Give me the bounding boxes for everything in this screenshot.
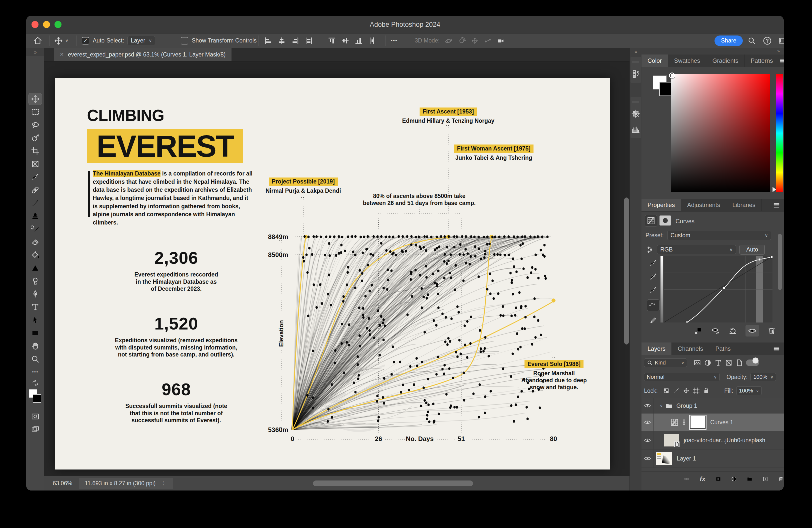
- paint-bucket-tool[interactable]: [29, 249, 42, 261]
- clone-stamp-tool[interactable]: [29, 210, 42, 222]
- curve-point-tool[interactable]: [647, 299, 659, 311]
- path-selection-tool[interactable]: [29, 314, 42, 326]
- healing-brush-tool[interactable]: [29, 184, 42, 196]
- layer-mask-badge[interactable]: [659, 216, 671, 225]
- gray-point-eyedropper-icon[interactable]: [649, 273, 657, 280]
- layers-panel-menu-button[interactable]: [773, 342, 784, 355]
- blur-tool-triangle[interactable]: [29, 262, 42, 274]
- tab-swatches[interactable]: Swatches: [668, 55, 706, 67]
- chevron-right-icon[interactable]: 〉: [162, 478, 168, 489]
- screen-mode-button[interactable]: [29, 424, 42, 435]
- toolbar-expand-button[interactable]: »: [26, 48, 44, 56]
- pencil-icon[interactable]: [650, 317, 657, 324]
- visibility-toggle[interactable]: [641, 413, 654, 431]
- tab-channels[interactable]: Channels: [672, 342, 709, 355]
- white-point-eyedropper-icon[interactable]: [649, 286, 657, 294]
- curves-editor[interactable]: [664, 256, 772, 323]
- tab-adjustments[interactable]: Adjustments: [681, 199, 726, 211]
- crop-tool[interactable]: [29, 145, 42, 157]
- document-tab[interactable]: ✕ everest_exped_paper.psd @ 63.1% (Curve…: [54, 48, 232, 61]
- align-left-icon[interactable]: [264, 37, 272, 45]
- help-button[interactable]: [763, 33, 772, 48]
- visibility-toggle[interactable]: [641, 450, 654, 468]
- filter-smart-objects-icon[interactable]: [736, 359, 743, 367]
- layer-mask-thumbnail[interactable]: [690, 416, 705, 428]
- clip-to-layer-icon[interactable]: [694, 326, 702, 335]
- properties-panel-menu-button[interactable]: [773, 199, 784, 211]
- dock-collapse-button[interactable]: »: [641, 48, 784, 55]
- chevron-down-icon[interactable]: ∨: [660, 403, 663, 409]
- filter-kind-dropdown[interactable]: Kind∨: [644, 358, 687, 367]
- type-tool[interactable]: [29, 301, 42, 313]
- mask-link-icon[interactable]: [681, 419, 687, 425]
- align-top-icon[interactable]: [328, 37, 336, 45]
- auto-button[interactable]: Auto: [740, 245, 765, 254]
- align-center-horizontal-icon[interactable]: [278, 37, 286, 45]
- workspace-switcher[interactable]: ∨: [778, 33, 784, 48]
- panel-grip[interactable]: [633, 61, 639, 63]
- frame-tool[interactable]: [29, 158, 42, 170]
- swap-colors-button[interactable]: [29, 377, 42, 389]
- layer-row-curves1[interactable]: Curves 1: [641, 413, 784, 431]
- object-selection-tool[interactable]: [29, 132, 42, 144]
- move-tool[interactable]: [29, 93, 42, 105]
- align-right-icon[interactable]: [291, 37, 299, 45]
- add-adjustment-icon[interactable]: [731, 475, 737, 483]
- eyedropper-tool[interactable]: [29, 171, 42, 183]
- history-brush-tool[interactable]: [29, 223, 42, 235]
- hue-strip[interactable]: [776, 74, 783, 192]
- visibility-toggle[interactable]: [641, 431, 654, 449]
- history-panel-icon[interactable]: [631, 69, 640, 78]
- foreground-background-swatches[interactable]: [29, 389, 42, 405]
- lock-pixels-icon[interactable]: [673, 387, 680, 394]
- tab-gradients[interactable]: Gradients: [706, 55, 744, 67]
- filter-shape-layers-icon[interactable]: [725, 359, 733, 367]
- hue-slider-arrow[interactable]: [772, 187, 776, 192]
- marquee-tool[interactable]: [29, 106, 42, 118]
- layer-thumbnail[interactable]: [656, 452, 672, 465]
- tab-paths[interactable]: Paths: [709, 342, 737, 355]
- properties-scrollbar[interactable]: [778, 234, 782, 290]
- share-button[interactable]: Share: [714, 35, 743, 46]
- lock-transparency-icon[interactable]: [663, 387, 670, 394]
- eraser-tool[interactable]: [29, 236, 42, 248]
- rectangle-tool[interactable]: [29, 327, 42, 339]
- edit-toolbar-button[interactable]: •••: [29, 366, 42, 378]
- channel-dropdown[interactable]: RGB∨: [657, 245, 736, 254]
- opacity-dropdown[interactable]: 100%∨: [751, 373, 776, 381]
- tab-layers[interactable]: Layers: [641, 342, 672, 355]
- pen-tool[interactable]: [29, 288, 42, 300]
- canvas-vertical-scrollbar[interactable]: [624, 197, 629, 344]
- lock-position-icon[interactable]: [683, 387, 690, 394]
- tab-properties[interactable]: Properties: [641, 199, 681, 211]
- add-mask-icon[interactable]: [715, 475, 721, 483]
- tab-libraries[interactable]: Libraries: [726, 199, 762, 211]
- auto-select-target-dropdown[interactable]: Layer∨: [128, 36, 155, 45]
- align-bottom-icon[interactable]: [355, 37, 363, 45]
- document-dimensions[interactable]: 11.693 in x 8.27 in (300 ppi) 〉: [79, 478, 173, 489]
- new-layer-icon[interactable]: [763, 475, 768, 483]
- layer-row-layer1[interactable]: Layer 1: [641, 450, 784, 468]
- view-previous-state-icon[interactable]: [711, 326, 720, 335]
- quick-mask-button[interactable]: [29, 411, 42, 422]
- show-transform-checkbox[interactable]: [181, 37, 188, 44]
- dodge-tool[interactable]: [29, 275, 42, 287]
- auto-select-checkbox[interactable]: ✓: [82, 37, 89, 44]
- targeted-adjustment-icon[interactable]: [646, 246, 653, 254]
- filter-type-layers-icon[interactable]: [714, 359, 722, 367]
- color-panel-menu-button[interactable]: [779, 55, 784, 67]
- layer-style-fx-icon[interactable]: fx: [700, 475, 706, 483]
- lock-all-icon[interactable]: [703, 387, 710, 394]
- delete-adjustment-icon[interactable]: [768, 326, 776, 335]
- layer-row-unsplash[interactable]: joao-vitor-duar...jUnb0-unsplash: [641, 431, 784, 450]
- curves-adjustment-badge[interactable]: [645, 215, 657, 227]
- hand-tool[interactable]: [29, 340, 42, 352]
- preset-dropdown[interactable]: Custom∨: [667, 231, 771, 240]
- align-middle-icon[interactable]: [341, 37, 349, 45]
- panel-strip-expand-button[interactable]: «: [630, 48, 642, 55]
- distribute-vertical-icon[interactable]: [368, 37, 376, 45]
- visibility-toggle[interactable]: [641, 398, 654, 413]
- layer-thumbnail[interactable]: [664, 434, 679, 447]
- zoom-tool[interactable]: [29, 353, 42, 365]
- brush-tool[interactable]: [29, 197, 42, 209]
